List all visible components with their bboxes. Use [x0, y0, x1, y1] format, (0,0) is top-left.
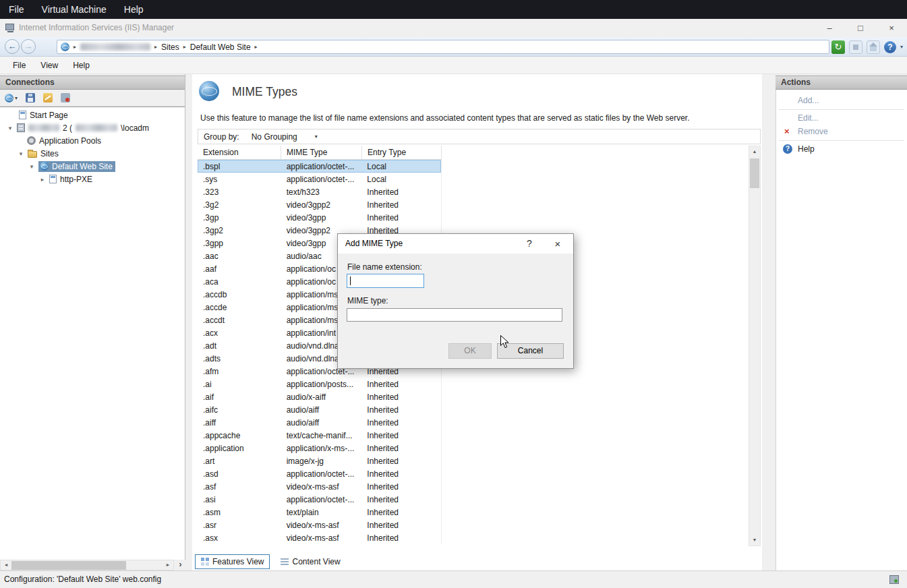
back-button[interactable]: ←: [5, 39, 20, 54]
table-row[interactable]: .323text/h323Inherited: [198, 185, 441, 198]
tree-item-application-pools[interactable]: Application Pools: [0, 134, 185, 147]
tab-label: Content View: [292, 557, 340, 566]
scroll-left-button[interactable]: ◄: [1, 560, 11, 570]
action-add[interactable]: Add...: [776, 94, 907, 107]
vm-menu-help[interactable]: Help: [115, 0, 152, 19]
vertical-scrollbar[interactable]: ▲ ▼: [749, 146, 761, 546]
table-row[interactable]: .aifaudio/x-aiffInherited: [198, 390, 441, 403]
dialog-help-icon[interactable]: ?: [519, 234, 539, 254]
expander-icon[interactable]: ▾: [18, 150, 24, 157]
table-row[interactable]: .aifcaudio/aiffInherited: [198, 403, 441, 416]
edit-link[interactable]: Edit...: [798, 112, 819, 124]
edit-connection-icon[interactable]: [43, 93, 53, 102]
maximize-button[interactable]: □: [845, 19, 876, 37]
scroll-up-button[interactable]: ▲: [749, 147, 760, 156]
table-row[interactable]: .aiapplication/posts...Inherited: [198, 378, 441, 390]
table-row[interactable]: .applicationapplication/x-ms-...Inherite…: [198, 442, 441, 454]
dialog-close-icon[interactable]: ×: [548, 234, 568, 254]
tree-item-start-page[interactable]: Start Page: [0, 109, 185, 121]
table-row[interactable]: .artimage/x-jgInherited: [198, 454, 441, 467]
expander-icon[interactable]: ▾: [28, 163, 35, 170]
delete-connection-icon[interactable]: [61, 93, 70, 102]
table-cell: .accdb: [198, 290, 281, 299]
scroll-down-button[interactable]: ▼: [749, 535, 760, 545]
table-row[interactable]: .3g2video/3gpp2Inherited: [198, 198, 441, 211]
group-by-dropdown[interactable]: No Grouping ▾: [247, 130, 322, 143]
server-icon: [17, 123, 25, 132]
new-connection-icon[interactable]: ▾: [5, 94, 18, 102]
action-edit[interactable]: Edit...: [776, 112, 907, 124]
save-connections-icon[interactable]: [26, 93, 35, 102]
group-by-value: No Grouping: [252, 132, 297, 142]
file-name-extension-field[interactable]: [347, 274, 424, 288]
close-button[interactable]: ×: [876, 19, 907, 37]
table-cell: Local: [361, 175, 441, 184]
horizontal-scrollbar[interactable]: ◄ ►: [0, 560, 174, 570]
home-icon[interactable]: [867, 40, 880, 54]
table-cell: .asr: [198, 521, 281, 530]
action-remove[interactable]: × Remove: [776, 125, 907, 138]
tab-features-view[interactable]: Features View: [195, 554, 270, 569]
breadcrumb-default-web-site[interactable]: Default Web Site: [190, 42, 251, 52]
table-row[interactable]: .bsplapplication/octet-...Local: [198, 160, 441, 173]
table-cell: .appcache: [198, 431, 281, 440]
vm-menu-file[interactable]: File: [0, 0, 33, 19]
scroll-right-button[interactable]: ►: [163, 560, 173, 570]
minimize-button[interactable]: –: [814, 19, 845, 37]
table-row[interactable]: .3gpvideo/3gppInherited: [198, 211, 441, 224]
table-row[interactable]: .appcachetext/cache-manif...Inherited: [198, 429, 441, 442]
action-help[interactable]: ? Help: [776, 143, 907, 155]
table-row[interactable]: .asfvideo/x-ms-asfInherited: [198, 480, 441, 493]
expander-icon[interactable]: ▸: [39, 176, 46, 183]
tree-item-http-pxe[interactable]: ▸ http-PXE: [0, 173, 185, 185]
table-row[interactable]: .asiapplication/octet-...Inherited: [198, 493, 441, 506]
dialog-title: Add MIME Type: [345, 234, 403, 254]
mime-type-field[interactable]: [347, 308, 562, 322]
table-cell: .323: [198, 187, 281, 197]
breadcrumb-sites[interactable]: Sites: [161, 42, 179, 52]
help-link[interactable]: Help: [798, 143, 815, 155]
panel-expand-button[interactable]: ›: [175, 560, 185, 570]
tab-content-view[interactable]: Content View: [275, 555, 345, 568]
table-cell: text/cache-manif...: [281, 431, 362, 440]
table-cell: .asm: [198, 508, 281, 517]
scrollbar-thumb[interactable]: [11, 561, 126, 570]
forward-button[interactable]: →: [21, 39, 36, 54]
table-row[interactable]: .asxvideo/x-ms-asfInherited: [198, 531, 441, 544]
table-cell: .asf: [198, 482, 281, 492]
table-row[interactable]: .aiffaudio/aiffInherited: [198, 416, 441, 429]
help-icon[interactable]: ?: [884, 41, 896, 53]
ok-button[interactable]: OK: [448, 343, 492, 359]
menu-view[interactable]: View: [33, 57, 65, 74]
add-link[interactable]: Add...: [798, 94, 819, 107]
tree-item-sites[interactable]: ▾ Sites: [0, 147, 185, 160]
table-row[interactable]: .asdapplication/octet-...Inherited: [198, 467, 441, 480]
table-cell: video/x-ms-asf: [281, 533, 362, 543]
refresh-icon[interactable]: ↻: [831, 40, 845, 54]
column-header-extension[interactable]: Extension: [198, 146, 281, 159]
vm-menu-virtual-machine[interactable]: Virtual Machine: [33, 0, 115, 19]
column-header-mime-type[interactable]: MIME Type: [281, 146, 362, 159]
stop-icon[interactable]: [849, 40, 862, 54]
page-title: MIME Types: [232, 85, 297, 99]
menu-help[interactable]: Help: [65, 57, 97, 74]
tree-item-server[interactable]: ▾ 2 ( \locadm: [0, 121, 185, 134]
configuration-status: Configuration: 'Default Web Site' web.co…: [4, 571, 161, 588]
features-view-icon: [201, 558, 209, 566]
table-cell: .art: [198, 457, 281, 466]
table-row[interactable]: .asmtext/plainInherited: [198, 506, 441, 519]
menubar: File View Help: [0, 57, 907, 74]
table-row[interactable]: .asrvideo/x-ms-asfInherited: [198, 519, 441, 531]
table-cell: .asx: [198, 533, 281, 543]
help-dropdown-caret-icon[interactable]: ▾: [900, 44, 903, 50]
column-header-entry-type[interactable]: Entry Type: [362, 146, 442, 159]
table-cell: .3g2: [198, 200, 281, 210]
table-row[interactable]: .sysapplication/octet-...Local: [198, 173, 441, 185]
remove-link[interactable]: Remove: [798, 125, 828, 138]
menu-file[interactable]: File: [5, 57, 33, 74]
tree-item-default-web-site[interactable]: ▾ Default Web Site: [0, 160, 185, 173]
breadcrumb-server-redacted[interactable]: [80, 43, 150, 51]
expander-icon[interactable]: ▾: [7, 125, 13, 131]
table-cell: Inherited: [361, 418, 441, 428]
scrollbar-thumb[interactable]: [750, 158, 759, 188]
